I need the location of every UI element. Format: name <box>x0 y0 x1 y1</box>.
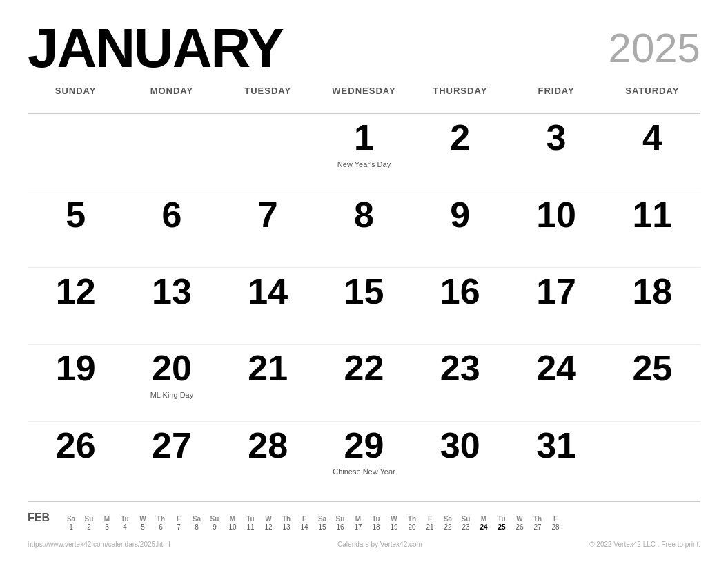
day-cell: 1New Year's Day <box>316 114 412 191</box>
mini-calendar-section: FEBSaSuMTuWThFSaSuMTuWThFSaSuMTuWThFSaSu… <box>28 512 700 548</box>
day-cell: 4 <box>604 114 700 191</box>
day-number: 26 <box>56 426 96 465</box>
mini-day-value: 11 <box>242 523 259 531</box>
attr-right: © 2022 Vertex42 LLC . Free to print. <box>589 541 700 548</box>
mini-day-value: 16 <box>331 523 349 531</box>
mini-day-value: 25 <box>493 523 511 531</box>
day-cell: 12 <box>28 268 124 345</box>
day-cell: 15 <box>316 268 412 345</box>
day-cell: 14 <box>220 268 316 345</box>
day-cell <box>28 114 124 191</box>
day-event: Chinese New Year <box>333 467 395 476</box>
mini-day-value: 26 <box>511 523 529 531</box>
attribution-bar: https://www.vertex42.com/calendars/2025.… <box>28 538 700 548</box>
day-number: 22 <box>344 349 384 388</box>
mini-col-header: W <box>259 515 277 523</box>
mini-col-header: Th <box>403 515 421 523</box>
day-number: 27 <box>152 426 192 465</box>
month-title: JANUARY <box>28 21 283 76</box>
mini-day-value: 22 <box>439 523 457 531</box>
mini-day-value: 2 <box>80 523 98 531</box>
mini-day-value: 20 <box>403 523 421 531</box>
mini-col-header: Su <box>80 515 98 523</box>
mini-col-header: Su <box>206 515 224 523</box>
day-cell: 21 <box>220 345 316 421</box>
day-number: 11 <box>632 195 672 235</box>
day-number: 3 <box>547 118 567 157</box>
day-number: 19 <box>56 349 96 388</box>
mini-col-header: F <box>421 515 439 523</box>
day-number: 1 <box>354 118 374 157</box>
day-header: THURSDAY <box>412 81 508 114</box>
mini-col-header: Tu <box>493 515 511 523</box>
day-number: 9 <box>450 195 470 235</box>
mini-rows: SaSuMTuWThFSaSuMTuWThFSaSuMTuWThFSaSuMTu… <box>62 515 564 531</box>
mini-col-header: Sa <box>188 515 206 523</box>
mini-col-header: Tu <box>116 515 134 523</box>
mini-day-value: 12 <box>259 523 277 531</box>
day-cell: 3 <box>508 114 604 191</box>
day-number: 6 <box>161 195 181 235</box>
mini-day-value: 14 <box>295 523 313 531</box>
mini-col-header: Sa <box>439 515 457 523</box>
day-number: 29 <box>344 426 384 465</box>
day-number: 8 <box>354 195 374 235</box>
mini-col-header: M <box>98 515 116 523</box>
day-number: 28 <box>248 426 288 465</box>
day-number: 16 <box>440 272 480 311</box>
day-cell: 23 <box>412 345 508 421</box>
mini-day-value: 27 <box>529 523 547 531</box>
day-cell: 17 <box>508 268 604 345</box>
day-cell: 29Chinese New Year <box>316 422 412 498</box>
day-number: 30 <box>440 426 480 465</box>
mini-day-value: 7 <box>170 523 188 531</box>
day-cell: 6 <box>124 191 219 268</box>
day-cell: 16 <box>412 268 508 345</box>
mini-day-value: 3 <box>98 523 116 531</box>
day-number: 18 <box>632 272 672 311</box>
day-number: 5 <box>66 195 86 235</box>
day-number: 20 <box>152 349 192 388</box>
day-number: 13 <box>152 272 192 311</box>
mini-col-header: M <box>224 515 242 523</box>
mini-day-value: 5 <box>134 523 152 531</box>
day-header: SUNDAY <box>28 81 124 114</box>
day-cell: 9 <box>412 191 508 268</box>
year-title: 2025 <box>609 21 700 69</box>
calendar-page: JANUARY 2025 SUNDAYMONDAYTUESDAYWEDNESDA… <box>0 0 728 562</box>
mini-day-value: 18 <box>367 523 385 531</box>
day-cell: 10 <box>508 191 604 268</box>
mini-day-value: 9 <box>206 523 224 531</box>
day-cell: 25 <box>604 345 700 421</box>
mini-col-header: Tu <box>367 515 385 523</box>
day-header: MONDAY <box>124 81 219 114</box>
mini-col-header: W <box>134 515 152 523</box>
day-cell: 7 <box>220 191 316 268</box>
calendar-header: JANUARY 2025 <box>28 21 700 76</box>
mini-col-header: Su <box>331 515 349 523</box>
day-event: ML King Day <box>150 390 194 400</box>
day-cell: 5 <box>28 191 124 268</box>
mini-col-header: F <box>547 515 564 523</box>
mini-col-header: M <box>349 515 367 523</box>
mini-day-value: 19 <box>385 523 403 531</box>
mini-col-header: Su <box>457 515 475 523</box>
day-cell: 31 <box>508 422 604 498</box>
mini-col-header: Th <box>529 515 547 523</box>
mini-col-header: Th <box>277 515 295 523</box>
day-number: 17 <box>536 272 576 311</box>
day-cell: 22 <box>316 345 412 421</box>
mini-day-value: 13 <box>277 523 295 531</box>
day-number: 2 <box>450 118 470 157</box>
day-cell <box>220 114 316 191</box>
day-cell: 11 <box>604 191 700 268</box>
day-header: WEDNESDAY <box>316 81 412 114</box>
day-header: SATURDAY <box>604 81 700 114</box>
mini-month-label: FEB <box>28 512 62 524</box>
day-event: New Year's Day <box>337 159 391 169</box>
mini-col-header: Sa <box>313 515 331 523</box>
day-number: 12 <box>56 272 96 311</box>
day-cell: 28 <box>220 422 316 498</box>
day-cell: 13 <box>124 268 219 345</box>
day-number: 15 <box>344 272 384 311</box>
